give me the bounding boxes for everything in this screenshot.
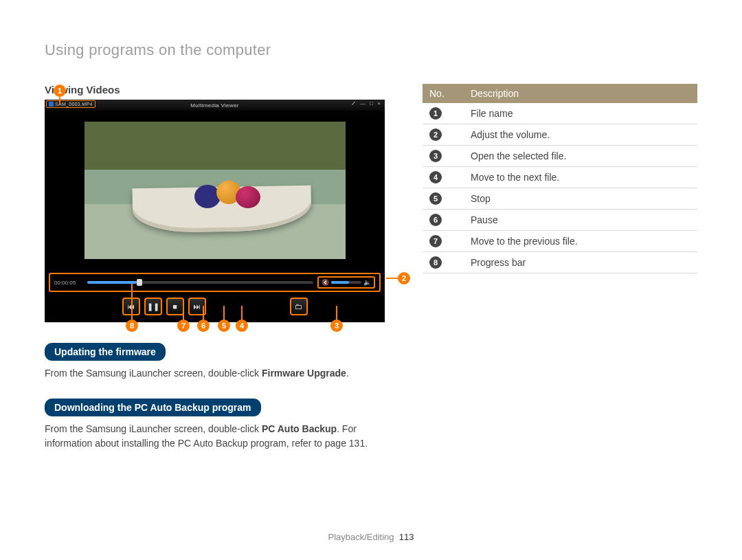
para1-c: . [346,368,349,379]
row-desc: Move to the previous file. [464,231,697,252]
row-num: 4 [429,171,442,183]
row-num: 3 [429,150,442,162]
stop-button[interactable]: ■ [166,298,184,315]
volume-group: 🔇 🔈 [317,276,375,289]
callout-2: 2 [398,272,410,284]
table-row: 4Move to the next file. [423,167,697,188]
progress-bar[interactable] [87,281,313,284]
table-row: 8Progress bar [423,252,697,273]
footer-page: 113 [399,532,414,542]
callout-4: 4 [236,320,248,332]
volume-up-icon[interactable]: 🔈 [363,279,371,286]
pause-button[interactable]: ❚❚ [144,298,162,315]
table-row: 2Adjust the volume. [423,124,697,146]
updating-firmware-heading: Updating the firmware [45,343,166,361]
para2-b: PC Auto Backup [262,423,337,434]
th-no: No. [423,84,464,103]
callout-5: 5 [218,320,230,332]
row-num: 6 [429,214,442,226]
page-footer: Playback/Editing 113 [0,532,742,542]
callout-3: 3 [330,320,343,332]
volume-slider[interactable] [331,281,361,284]
open-file-button[interactable]: 🗀 [290,298,308,315]
row-desc: Open the selected file. [464,146,697,167]
row-desc: Move to the next file. [464,167,697,188]
row-desc: Progress bar [464,252,697,273]
elapsed-time: 00:00:05 [54,280,83,286]
download-backup-text: From the Samsung iLauncher screen, doubl… [45,422,395,451]
row-num: 1 [429,107,442,120]
row-num: 7 [429,235,442,247]
th-desc: Description [464,84,697,103]
row-num: 2 [429,128,442,141]
player-titlebar: SAM_0003.MP4 Multimedia Viewer ⤢ — □ × [45,100,385,111]
updating-firmware-text: From the Samsung iLauncher screen, doubl… [45,366,395,381]
table-row: 6Pause [423,210,697,231]
footer-section: Playback/Editing [328,532,394,542]
volume-down-icon[interactable]: 🔇 [322,279,329,286]
table-row: 1File name [423,103,697,124]
row-num: 5 [429,192,442,205]
description-table: No. Description 1File name 2Adjust the v… [423,84,697,273]
table-row: 3Open the selected file. [423,146,697,167]
video-frame [45,111,385,270]
player-figure: 1 2 3 4 5 6 7 8 SAM_0003.MP4 Multimedia … [45,100,395,322]
table-row: 5Stop [423,188,697,210]
callout-6: 6 [197,320,210,332]
callout-8: 8 [126,320,138,332]
row-desc: File name [464,103,697,124]
download-backup-heading: Downloading the PC Auto Backup program [45,399,261,416]
para2-a: From the Samsung iLauncher screen, doubl… [45,423,262,434]
row-desc: Stop [464,188,697,210]
row-desc: Adjust the volume. [464,124,697,146]
page-heading: Using programs on the computer [45,41,697,59]
player-window: SAM_0003.MP4 Multimedia Viewer ⤢ — □ × 0… [45,100,385,322]
callout-7: 7 [177,320,190,332]
callout-1: 1 [54,85,66,97]
row-num: 8 [429,256,442,269]
table-row: 7Move to the previous file. [423,231,697,252]
file-name-tab: SAM_0003.MP4 [46,100,95,108]
row-desc: Pause [464,210,697,231]
player-title: Multimedia Viewer [190,102,238,109]
progress-bar-group: 00:00:05 🔇 🔈 [49,273,381,292]
viewing-videos-heading: Viewing Videos [45,84,395,96]
window-controls: ⤢ — □ × [351,100,382,107]
para1-a: From the Samsung iLauncher screen, doubl… [45,368,262,379]
para1-b: Firmware Upgrade [262,368,346,379]
